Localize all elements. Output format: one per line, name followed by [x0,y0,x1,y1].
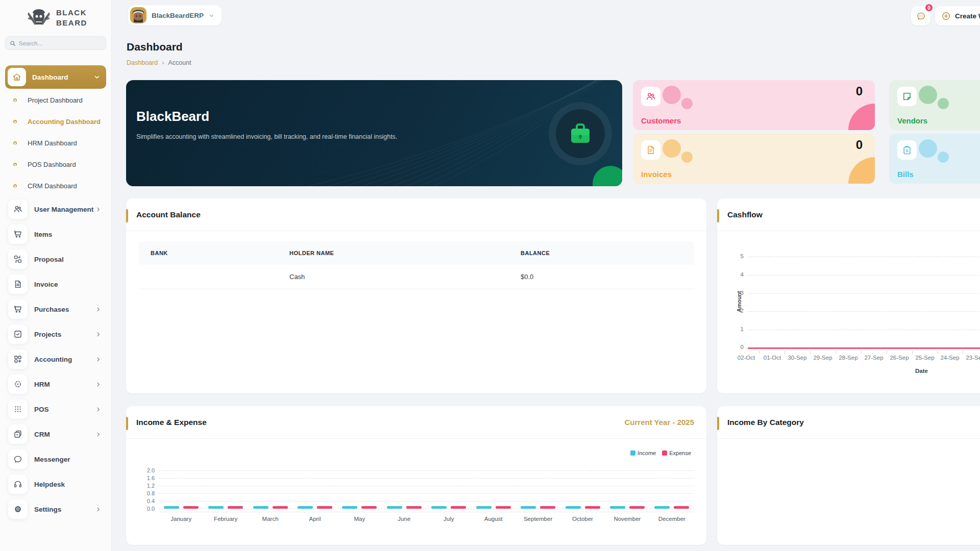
chat-icon [8,449,28,469]
breadcrumb: Dashboard › Account [127,59,191,66]
axis-tick [861,351,862,354]
income-bar [342,506,357,509]
stat-label: Invoices [641,170,672,179]
sidebar-item-crm[interactable]: CRM [0,424,111,444]
expense-bar [317,506,332,509]
column-header-balance: BALANCE [521,250,694,256]
notifications-button[interactable]: 0 [911,6,930,26]
income-bar [654,506,670,509]
sidebar-item-projects[interactable]: Projects [0,324,111,344]
income-bar [164,506,179,509]
workspace-avatar [130,7,146,23]
sidebar-subitem-project-dashboard[interactable]: Project Dashboard [0,92,111,108]
decorative-quarter-circle [848,104,875,130]
chevron-right-icon [95,407,101,412]
brand-name: BLACK BEARD [56,8,87,29]
sidebar-subitem-crm-dashboard[interactable]: CRM Dashboard [0,178,111,193]
sidebar-item-items[interactable]: Items [0,224,111,244]
decorative-circle [663,86,681,104]
month-column: January [159,506,203,522]
panel-title: Income By Category [727,418,804,427]
expense-bar [361,506,377,509]
sidebar-item-user-management[interactable]: User Management [0,199,111,219]
stat-card-bills[interactable]: $ Bills [889,134,980,184]
income-expense-chart: January February March April May June [159,506,694,522]
sidebar-subitem-pos-dashboard[interactable]: POS Dashboard [0,157,111,172]
invoice-icon [641,140,660,160]
sidebar-search[interactable] [5,36,106,50]
sidebar-item-dashboard[interactable]: Dashboard [5,65,106,89]
month-column: October [560,506,605,522]
sidebar-item-pos[interactable]: POS [0,399,111,419]
cards-icon [8,424,28,444]
expense-bar [228,506,243,509]
sidebar-item-accounting[interactable]: Accounting [0,349,111,369]
svg-text:$: $ [906,148,909,153]
search-input[interactable] [19,40,102,46]
sidebar-subitem-hrm-dashboard[interactable]: HRM Dashboard [0,135,111,151]
income-bar [566,506,581,509]
expense-bar [585,506,600,509]
create-workspace-button[interactable]: Create Wo [935,6,980,26]
stat-card-invoices[interactable]: 0 Invoices [633,134,875,184]
bullet-icon [13,120,17,123]
headset-icon [8,474,28,494]
sidebar-item-messenger[interactable]: Messenger [0,449,111,469]
target-icon [8,374,28,394]
income-bar [521,506,536,509]
search-icon [10,40,16,46]
expense-bar [406,506,422,509]
bullet-icon [13,98,17,102]
gold-accent-bar [126,417,128,430]
month-column: June [382,506,426,522]
income-bar [476,506,492,509]
proposal-icon [8,249,28,269]
sidebar-subitem-accounting-dashboard[interactable]: Accounting Dashboard [0,114,111,129]
income-by-category-panel: Income By Category [717,406,980,545]
cashflow-chart: Amount 5 4 3 2 1 0 02-Oct 01-Oct 30-Sep [717,198,980,393]
chevron-right-icon [95,332,101,337]
chevron-right-icon [95,432,101,437]
gold-accent-bar [717,417,719,430]
sidebar-item-settings[interactable]: Settings [0,499,111,519]
sidebar-item-hrm[interactable]: HRM [0,374,111,394]
briefcase-icon [556,109,605,158]
chevron-down-icon [209,13,214,18]
gridline [748,257,980,257]
table-row[interactable]: Cash $0.0 [138,265,694,289]
axis-tick [810,351,811,354]
axis-tick [887,351,887,354]
month-column: March [248,506,292,522]
sidebar: BLACK BEARD Dashboard Project Dashboard … [0,0,111,551]
month-column: July [427,506,471,522]
axis-tick [785,351,785,354]
gridline [159,486,694,486]
gridline [748,330,980,330]
chevron-right-icon [95,207,101,212]
expense-bar [674,506,689,509]
cashflow-panel: Cashflow Amount 5 4 3 2 1 0 02-Oct [717,198,980,393]
hero-description: Simplifies accounting with streamlined i… [136,132,412,142]
stat-card-customers[interactable]: 0 Customers [633,80,875,130]
stat-label: Customers [641,116,681,125]
pirate-skull-logo-icon [26,6,52,30]
gridline [159,478,694,479]
panel-title: Income & Expense [136,418,207,427]
invoice-icon [8,274,28,294]
decorative-circle [663,139,681,158]
sidebar-item-proposal[interactable]: Proposal [0,249,111,269]
breadcrumb-dashboard-link[interactable]: Dashboard [127,59,158,66]
income-bar [253,506,268,509]
sidebar-item-label: Dashboard [32,73,68,81]
sidebar-item-helpdesk[interactable]: Helpdesk [0,474,111,494]
legend-income: Income [630,450,656,456]
sidebar-item-purchases[interactable]: Purchases [0,299,111,319]
workspace-selector[interactable]: BlackBeardERP [128,5,222,26]
bullet-icon [13,163,17,166]
main-content: BlackBeardERP 0 Create Wo Dashboard Dash… [111,0,980,551]
sidebar-item-invoice[interactable]: Invoice [0,274,111,294]
stat-value: 0 [856,138,863,152]
decorative-circle [681,152,693,163]
income-bar [610,506,625,509]
stat-card-vendors[interactable]: Vendors [889,80,980,130]
